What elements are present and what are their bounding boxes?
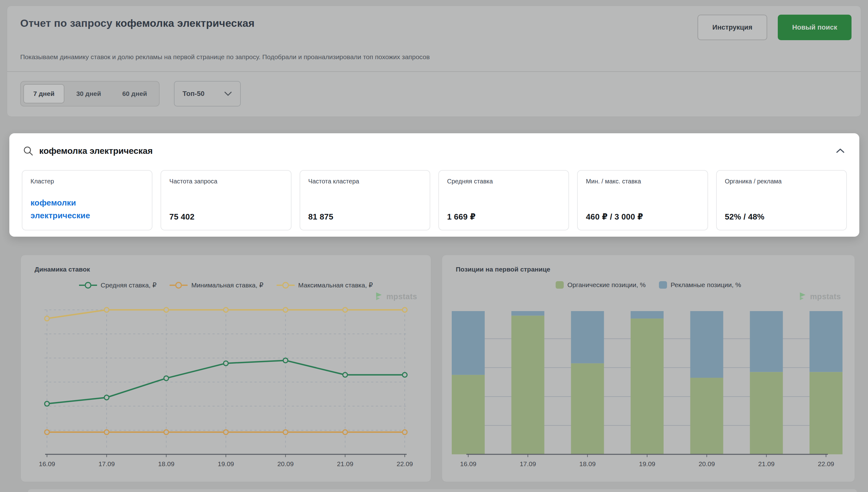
legend-item-1[interactable]: Средняя ставка, ₽: [79, 281, 157, 289]
legend-item-3[interactable]: Максимальная ставка, ₽: [277, 281, 373, 289]
bids-line-chart: 16.0917.0918.0919.0920.0921.0922.09: [33, 299, 421, 473]
first-page-positions-card: Позиции на первой страницеОрганические п…: [442, 255, 855, 482]
series-3: [45, 308, 407, 321]
filters-row: 7 дней30 дней60 дней Топ-50: [20, 81, 241, 107]
stat-card-1: Кластеркофемолки электрические: [22, 170, 153, 230]
stat-card-4: Средняя ставка1 669 ₽: [438, 170, 569, 230]
stat-cards-row: Кластеркофемолки электрическиеЧастота за…: [22, 170, 847, 230]
page-title-query: кофемолка электрическая: [115, 17, 255, 29]
stat-card-label: Органика / реклама: [725, 178, 838, 185]
next-section-strip: [28, 489, 857, 492]
chart-legend: Средняя ставка, ₽Минимальная ставка, ₽Ма…: [21, 281, 431, 289]
header-buttons: Инструкция Новый поиск: [698, 15, 851, 40]
legend-swatch-icon: [556, 281, 564, 289]
top-select[interactable]: Топ-50: [174, 81, 241, 106]
legend-marker-icon: [169, 281, 188, 289]
legend-label: Средняя ставка, ₽: [101, 281, 157, 289]
period-tab-2[interactable]: 30 дней: [67, 84, 110, 103]
stat-card-5: Мин. / макс. ставка460 ₽ / 3 000 ₽: [577, 170, 708, 230]
legend-marker-icon: [277, 281, 295, 289]
stat-card-value: 75 402: [169, 212, 283, 222]
legend-label: Органические позиции, %: [568, 281, 646, 289]
header-divider: [7, 71, 861, 72]
page-title-prefix: Отчет по запросу: [20, 17, 112, 29]
period-tabs: 7 дней30 дней60 дней: [20, 81, 160, 106]
stat-card-label: Частота запроса: [169, 178, 283, 185]
search-input[interactable]: кофемолка электрическая: [23, 143, 847, 159]
chart-legend: Органические позиции, %Рекламные позиции…: [442, 281, 854, 289]
page: Отчет по запросу кофемолка электрическая…: [0, 0, 868, 492]
period-tab-1[interactable]: 7 дней: [23, 84, 64, 103]
x-axis-label: 18.09: [579, 460, 596, 467]
search-query: кофемолка электрическая: [39, 146, 153, 156]
legend-label: Максимальная ставка, ₽: [298, 281, 373, 289]
legend-swatch-icon: [659, 281, 667, 289]
legend-label: Минимальная ставка, ₽: [191, 281, 263, 289]
stat-card-label: Кластер: [30, 178, 144, 185]
x-axis-label: 17.09: [98, 460, 115, 467]
chevron-up-icon: [836, 148, 845, 153]
chart-title: Позиции на первой странице: [456, 266, 550, 273]
stat-card-label: Частота кластера: [308, 178, 422, 185]
x-axis-label: 16.09: [460, 460, 477, 467]
stat-card-label: Средняя ставка: [447, 178, 560, 185]
stat-card-value: 81 875: [308, 212, 422, 222]
x-axis-label: 16.09: [39, 460, 55, 467]
stat-card-3: Частота кластера81 875: [299, 170, 430, 230]
stat-card-6: Органика / реклама52% / 48%: [716, 170, 847, 230]
page-subtitle: Показываем динамику ставок и долю реклам…: [20, 53, 430, 61]
x-axis-label: 19.09: [218, 460, 234, 467]
search-icon: [23, 146, 34, 156]
x-axis-label: 20.09: [699, 460, 715, 467]
report-header-card: Отчет по запросу кофемолка электрическая…: [7, 6, 861, 117]
x-axis-label: 21.09: [337, 460, 353, 467]
bids-dynamics-card: Динамика ставокСредняя ставка, ₽Минималь…: [21, 255, 431, 482]
x-axis-label: 17.09: [520, 460, 536, 467]
stat-card-value: 460 ₽ / 3 000 ₽: [586, 212, 699, 222]
period-tab-3[interactable]: 60 дней: [113, 84, 157, 103]
legend-marker-icon: [79, 281, 97, 289]
page-title: Отчет по запросу кофемолка электрическая: [20, 17, 255, 29]
legend-label: Рекламные позиции, %: [671, 281, 741, 289]
chevron-down-icon: [224, 91, 232, 96]
positions-stacked-bar-chart: 16.0917.0918.0919.0920.0921.0922.09: [454, 299, 842, 473]
collapse-button[interactable]: [834, 146, 847, 156]
x-axis-label: 20.09: [277, 460, 294, 467]
stat-card-label: Мин. / макс. ставка: [586, 178, 699, 185]
x-axis-label: 22.09: [397, 460, 413, 467]
x-axis-label: 21.09: [758, 460, 775, 467]
stat-card-value: 52% / 48%: [725, 212, 838, 222]
cluster-link[interactable]: кофемолки электрические: [30, 196, 121, 222]
legend-item-2[interactable]: Минимальная ставка, ₽: [169, 281, 263, 289]
x-axis-label: 18.09: [158, 460, 175, 467]
new-search-button[interactable]: Новый поиск: [778, 15, 851, 40]
query-summary-panel: кофемолка электрическая Кластеркофемолки…: [9, 133, 859, 237]
chart-title: Динамика ставок: [34, 266, 90, 273]
instruction-button[interactable]: Инструкция: [698, 15, 767, 40]
top-select-value: Топ-50: [183, 90, 205, 98]
stat-card-2: Частота запроса75 402: [160, 170, 291, 230]
legend-item-2[interactable]: Рекламные позиции, %: [659, 281, 741, 289]
x-axis-label: 22.09: [818, 460, 834, 467]
organic-bars: [452, 316, 842, 454]
x-axis-label: 19.09: [639, 460, 656, 467]
legend-item-1[interactable]: Органические позиции, %: [556, 281, 646, 289]
stat-card-value: 1 669 ₽: [447, 212, 560, 222]
